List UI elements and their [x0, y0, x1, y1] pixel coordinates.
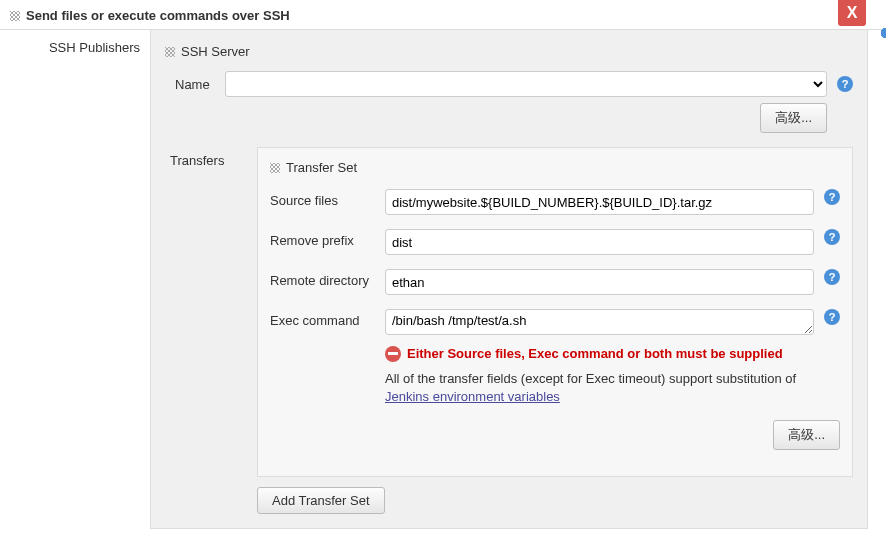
add-transfer-set-button[interactable]: Add Transfer Set [257, 487, 385, 514]
source-files-input[interactable] [385, 189, 814, 215]
remote-directory-input[interactable] [385, 269, 814, 295]
drag-handle-icon[interactable] [165, 47, 175, 57]
ssh-name-label: Name [165, 77, 225, 92]
help-icon[interactable]: ? [824, 189, 840, 205]
ssh-advanced-button[interactable]: 高级... [760, 103, 827, 133]
ssh-publishers-panel: SSH Server Name ? 高级... Transfers Transf… [150, 30, 868, 529]
remove-prefix-label: Remove prefix [270, 229, 385, 248]
remove-prefix-input[interactable] [385, 229, 814, 255]
error-text: Either Source files, Exec command or bot… [407, 346, 814, 361]
jenkins-env-vars-link[interactable]: Jenkins environment variables [385, 389, 560, 404]
help-icon[interactable]: ? [824, 229, 840, 245]
transfer-set-label: Transfer Set [286, 160, 357, 175]
help-icon[interactable]: ? [824, 269, 840, 285]
section-header: Send files or execute commands over SSH [0, 0, 886, 30]
help-icon[interactable]: ? [837, 76, 853, 92]
exec-command-label: Exec command [270, 309, 385, 328]
ssh-server-section-label: SSH Server [181, 44, 250, 59]
header-title: Send files or execute commands over SSH [26, 8, 290, 23]
ssh-name-select[interactable] [225, 71, 827, 97]
help-icon[interactable] [878, 26, 886, 40]
transfer-note: All of the transfer fields (except for E… [385, 370, 814, 406]
close-button[interactable]: X [838, 0, 866, 26]
drag-handle-icon[interactable] [270, 163, 280, 173]
exec-command-input[interactable]: /bin/bash /tmp/test/a.sh [385, 309, 814, 335]
drag-handle-icon[interactable] [10, 11, 20, 21]
ssh-publishers-label: SSH Publishers [0, 30, 150, 529]
source-files-label: Source files [270, 189, 385, 208]
help-icon[interactable]: ? [824, 309, 840, 325]
remote-directory-label: Remote directory [270, 269, 385, 288]
transfer-advanced-button[interactable]: 高级... [773, 420, 840, 450]
error-icon [385, 346, 401, 362]
transfers-label: Transfers [165, 147, 257, 477]
transfers-panel: Transfer Set Source files ? Remove prefi… [257, 147, 853, 477]
